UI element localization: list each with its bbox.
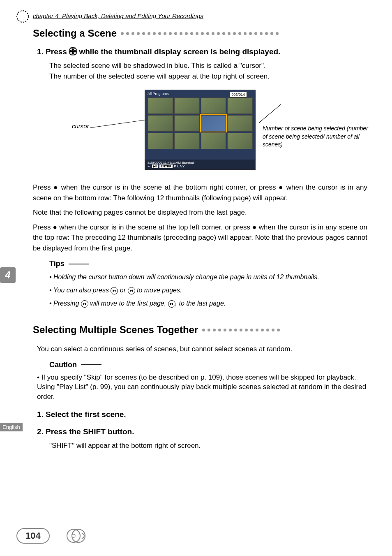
annotation-right: Number of scene being selected (number o… — [263, 125, 374, 149]
para1: Press ● when the cursor is in the scene … — [33, 182, 367, 203]
caution-text: • If you specify "Skip" for scenes (to b… — [37, 373, 367, 402]
caution-header: Caution — [49, 361, 367, 369]
screen-footer: 8/20/2000 11:49:11AM Baseball ✦ ▶II ENTE… — [145, 160, 255, 169]
step1-header: 1. Press 🕀 while the thumbnail display s… — [37, 47, 367, 56]
page-footer: 104 — [16, 528, 87, 544]
scene-counter: 003/014 — [229, 92, 247, 97]
counter-pointer-line — [259, 104, 281, 123]
tips-list: • Holding the cursor button down will co… — [49, 272, 367, 308]
section1-title: Selecting a Scene — [33, 28, 117, 39]
dot-leader — [121, 32, 367, 35]
tips-header: Tips — [49, 259, 367, 268]
thumbs-grid — [145, 97, 255, 149]
section1-title-row: Selecting a Scene — [33, 28, 367, 39]
fast-forward-icon — [111, 287, 118, 294]
cursor-label: cursor — [72, 123, 89, 130]
tip3: • Pressing will move to the first page, … — [49, 299, 367, 308]
skip-forward-icon — [168, 300, 175, 308]
tip2: • You can also press or to move pages. — [49, 285, 367, 295]
language-label: English — [0, 423, 23, 431]
svg-point-0 — [17, 11, 28, 22]
figure: cursor All Programs 003/014 8/20/2000 11… — [33, 90, 367, 170]
disc-icon — [66, 529, 87, 543]
para2: Note that the following pages cannot be … — [33, 207, 367, 218]
selected-thumb — [201, 115, 226, 132]
section2-step1: 1. Select the first scene. — [37, 410, 367, 419]
section2-step2: 2. Press the SHIFT button. — [37, 427, 367, 436]
step1-text: The selected scene will be shadowed in b… — [49, 60, 367, 81]
chapter-header: chapter 4_Playing Back, Deleting and Edi… — [33, 12, 367, 19]
cursor-pointer-line — [90, 119, 152, 128]
section2-intro: You can select a continuous series of sc… — [37, 344, 367, 354]
page-number: 104 — [16, 528, 50, 544]
skip-back-icon — [81, 300, 88, 308]
tip1: • Holding the cursor button down will co… — [49, 272, 367, 282]
dot-leader-2 — [202, 329, 367, 331]
section2-title-row: Selecting Multiple Scenes Together — [33, 324, 367, 336]
logo-decoration — [14, 8, 31, 25]
section2-title: Selecting Multiple Scenes Together — [33, 324, 198, 336]
section2-step2-text: "SHIFT" will appear at the bottom right … — [49, 440, 367, 451]
rewind-icon — [128, 287, 135, 294]
chapter-marker: 4 — [0, 267, 16, 283]
para3: Press ● when the cursor is in the scene … — [33, 222, 367, 254]
thumbnail-screen: All Programs 003/014 8/20/2000 11:49:11A… — [145, 90, 256, 170]
